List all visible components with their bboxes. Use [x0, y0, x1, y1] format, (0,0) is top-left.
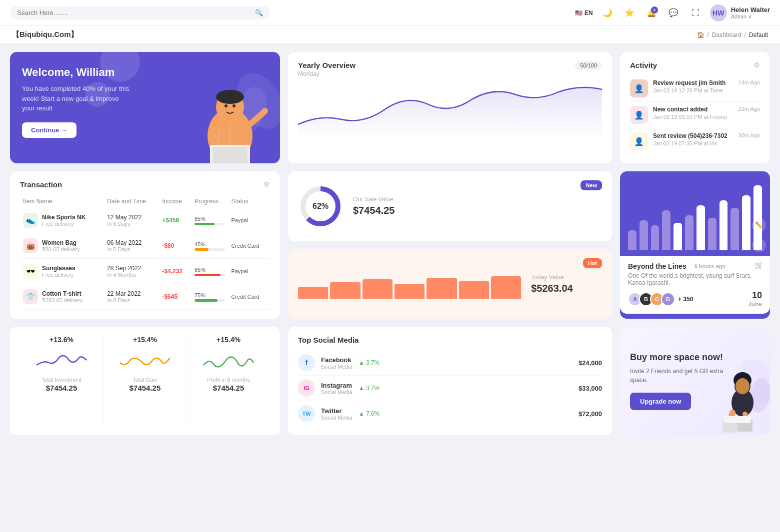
today-value-card: Today Value $5263.04 Hot: [288, 249, 612, 319]
transaction-table: Item Name Date and Time Income Progress …: [20, 194, 270, 310]
sale-info: Our Sale Value $7454.25: [353, 196, 394, 216]
today-bar: [459, 281, 489, 299]
promo-figure: [715, 360, 770, 435]
user-info: Helen Walter Admin ∨: [731, 6, 770, 20]
welcome-subtitle: You have completed 40% of your this week…: [22, 84, 132, 113]
star-icon[interactable]: ⭐: [622, 5, 637, 20]
event-avatars: A B C D: [628, 292, 675, 306]
table-row: 👕 Cotton T-shirt ₹283.65 delivery 22 Mar…: [20, 284, 270, 310]
activity-settings-icon[interactable]: ⚙: [754, 61, 760, 69]
stat-gain-label: Total Gain: [132, 377, 158, 383]
facebook-sub: Social Media: [321, 364, 352, 370]
stat-investment-value: $7454.25: [46, 384, 78, 392]
today-bar: [394, 284, 424, 299]
instagram-name: Instagram: [321, 382, 352, 389]
twitter-sub: Social Media: [321, 415, 352, 421]
overview-title: Yearly Overview: [298, 61, 356, 69]
continue-button[interactable]: Continue →: [22, 122, 76, 138]
chart-edit-icon[interactable]: ✏️: [752, 218, 766, 232]
twitter-icon: TW: [298, 405, 315, 422]
event-footer: A B C D + 350 10 June: [628, 290, 762, 308]
new-badge: New: [580, 180, 602, 190]
bell-icon[interactable]: 🔔 4: [644, 5, 659, 20]
event-time: 6 hours ago: [694, 263, 726, 269]
big-bar: [651, 225, 660, 250]
col-date: Date and Time: [104, 194, 159, 208]
activity-item-title-1: Review request jim Smith: [653, 79, 726, 86]
table-row: 🕶️ Sunglasses Free delivery 28 Sep 2022 …: [20, 259, 270, 284]
promo-title: Buy more space now!: [630, 352, 725, 363]
search-icon: 🔍: [255, 9, 263, 16]
today-info: Today Value $5263.04: [531, 274, 572, 294]
breadcrumb: 🏠 / Dashboard / Default: [697, 31, 768, 38]
flag-icon: 🇺🇸: [575, 9, 582, 16]
big-bar: [720, 200, 728, 250]
activity-item-sub-2: Jan 02 19 03:10 PM at Fresno: [653, 114, 727, 120]
search-input[interactable]: [17, 9, 251, 16]
chat-icon[interactable]: 💬: [666, 5, 681, 20]
welcome-illustration: [180, 71, 280, 163]
activity-item: 👤 Review request jim Smith Jan 03 19 12:…: [630, 75, 760, 102]
activity-item-time-2: 22m Ago: [738, 106, 760, 112]
event-info: Beyond the Lines 6 hours ago One Of the …: [620, 256, 770, 314]
stat-profit: +15.4% Profit in 6 months $7454.25: [187, 336, 270, 426]
overview-card: Yearly Overview Monday 50/100: [288, 52, 612, 163]
avatar: HW: [710, 4, 727, 21]
darkmode-toggle[interactable]: 🌙: [600, 5, 615, 20]
activity-thumb-1: 👤: [630, 79, 648, 97]
donut-label: 62%: [312, 202, 328, 211]
facebook-name: Facebook: [321, 356, 352, 364]
stat-profit-value: $7454.25: [213, 384, 244, 392]
svg-point-5: [224, 104, 228, 107]
transaction-settings-icon[interactable]: ⚙: [264, 180, 270, 188]
today-title: Today Value: [531, 274, 572, 281]
facebook-pct: ▲ 3.7%: [358, 359, 380, 366]
twitter-amount: $72,000: [578, 410, 602, 418]
instagram-sub: Social Media: [321, 389, 352, 395]
big-bar: [708, 218, 716, 250]
event-desc: One Of the world,s brightest, young surf…: [628, 272, 762, 286]
transaction-card: Transaction ⚙ Item Name Date and Time In…: [10, 171, 280, 319]
today-bar: [330, 282, 360, 299]
home-icon[interactable]: 🏠: [697, 31, 704, 38]
instagram-pct: ▲ 3.7%: [358, 385, 380, 392]
activity-item-time-3: 30m Ago: [738, 132, 760, 138]
big-bar: [674, 223, 682, 250]
col-progress: Progress: [192, 194, 228, 208]
svg-rect-22: [724, 416, 751, 423]
today-bar: [426, 278, 456, 299]
promo-desc: Invite 2 Friends and get 5 GB extra spac…: [630, 367, 725, 385]
activity-item-sub-1: Jan 03 19 12:25 PM at Tame: [653, 87, 726, 93]
big-bar: [742, 195, 750, 250]
expand-icon[interactable]: ⛶: [688, 5, 703, 20]
stat-investment-label: Total Investment: [42, 377, 82, 383]
svg-point-4: [216, 90, 244, 104]
upgrade-button[interactable]: Upgrade now: [630, 393, 691, 410]
chart-cart-icon[interactable]: 🛒: [752, 258, 766, 272]
big-bar: [628, 230, 636, 250]
breadcrumb-bar: 【Biqubiqu.Com】 🏠 / Dashboard / Default: [0, 26, 780, 44]
lang-selector[interactable]: 🇺🇸 EN: [575, 9, 593, 16]
activity-title: Activity: [630, 61, 657, 69]
today-bar: [298, 287, 328, 299]
today-bar: [491, 276, 521, 299]
sale-value: $7454.25: [353, 205, 394, 216]
event-date: 10 June: [748, 290, 762, 308]
stat-profit-label: Profit in 6 months: [207, 377, 250, 383]
bell-badge: 4: [651, 6, 658, 13]
promo-content: Buy more space now! Invite 2 Friends and…: [630, 352, 725, 410]
big-bar: [662, 210, 670, 250]
activity-thumb-2: 👤: [630, 106, 648, 124]
chart-settings-icon[interactable]: ⚙: [752, 238, 766, 252]
user-menu[interactable]: HW Helen Walter Admin ∨: [710, 4, 770, 21]
instagram-icon: IG: [298, 380, 315, 397]
instagram-amount: $33,000: [578, 385, 602, 392]
sales-column: 62% Our Sale Value $7454.25 New Today Va…: [288, 171, 612, 319]
activity-list: 👤 Review request jim Smith Jan 03 19 12:…: [630, 75, 760, 154]
event-title: Beyond the Lines: [628, 262, 686, 270]
activity-item: 👤 Sent review (504)236-7302 Jan 02 19 07…: [630, 128, 760, 154]
search-bar[interactable]: 🔍: [10, 6, 270, 19]
activity-item-title-3: Sent review (504)236-7302: [653, 132, 728, 139]
activity-item-sub-3: Jan 02 19 07:35 PM at Iris: [653, 140, 728, 146]
stat-gain: +15.4% Total Gain $7454.25: [104, 336, 187, 426]
